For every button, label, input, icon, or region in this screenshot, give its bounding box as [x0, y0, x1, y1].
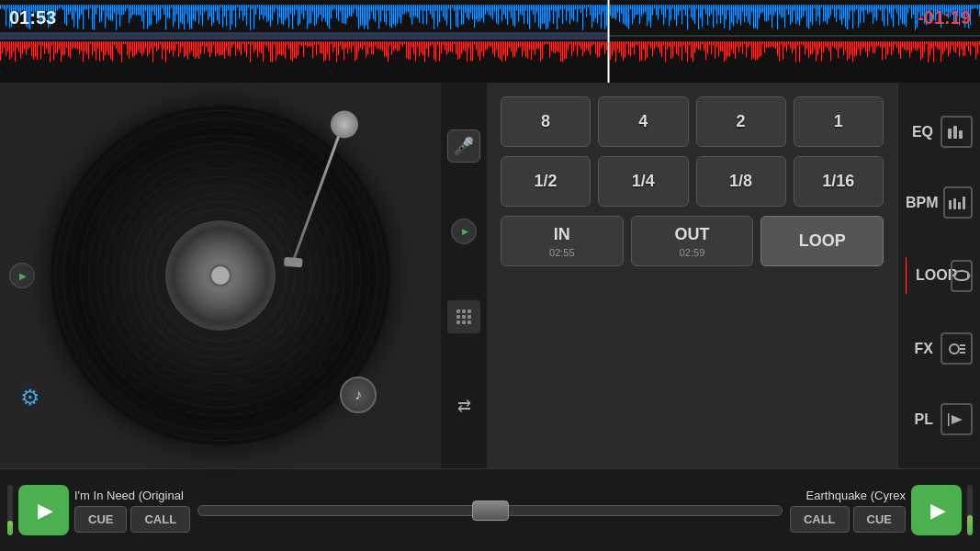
call-button-left[interactable]: CALL: [130, 506, 190, 533]
cue-button-right[interactable]: CUE: [853, 506, 906, 533]
loop-icon: [952, 269, 971, 282]
play-button-right[interactable]: [911, 485, 962, 535]
bpm-icon: [949, 197, 967, 209]
loop-btn-sixteenth[interactable]: 1/16: [794, 156, 884, 207]
svg-rect-4: [953, 198, 956, 209]
tonearm: [291, 123, 344, 262]
grid-dots-icon: [456, 309, 471, 324]
waveform-canvas[interactable]: [0, 0, 980, 83]
svg-rect-5: [958, 202, 961, 209]
center-play-button[interactable]: [451, 219, 477, 244]
loop-section: 8 4 2 1 1/2 1/4 1/8 1/16 IN 02:55 OUT 02…: [487, 83, 897, 468]
loop-grid-top: 8 4 2 1: [501, 96, 884, 147]
bpm-icon-box: [943, 186, 973, 219]
turntable-label: [165, 220, 276, 331]
deck-right: Earthquake (Cyrex CALL CUE: [790, 485, 973, 535]
crossfader-track[interactable]: [197, 505, 783, 516]
loop-icon-box: [951, 260, 973, 292]
main-area: ⚙ ♪ 🎤 ⇄ 8 4 2 1 1/2: [0, 83, 980, 468]
cue-button-left[interactable]: CUE: [74, 506, 127, 533]
shuffle-icon: ⇄: [457, 396, 471, 416]
eq-icon: [948, 126, 966, 139]
loop-btn-2[interactable]: 2: [696, 96, 786, 147]
loop-btn-eighth[interactable]: 1/8: [696, 156, 786, 207]
pl-icon-box: [941, 403, 973, 435]
waveform-section: 01:53 -01:19: [0, 0, 980, 83]
track-name-left: I'm In Need (Original: [74, 489, 190, 502]
track-info-left: I'm In Need (Original CUE CALL: [74, 489, 190, 533]
svg-rect-0: [948, 129, 952, 139]
grid-button[interactable]: [447, 300, 480, 333]
svg-rect-6: [963, 197, 965, 209]
center-divider: 🎤 ⇄: [441, 83, 487, 468]
bottom-bar: I'm In Need (Original CUE CALL Earthquak…: [0, 468, 980, 551]
loop-active-indicator: [906, 257, 907, 294]
gear-icon: ⚙: [20, 385, 40, 410]
cue-call-buttons-right: CALL CUE: [790, 506, 906, 533]
svg-rect-2: [959, 130, 963, 139]
volume-fill-right: [967, 515, 973, 535]
svg-point-8: [950, 344, 959, 354]
play-button-left[interactable]: [18, 485, 69, 535]
shuffle-button[interactable]: ⇄: [447, 389, 480, 422]
sidebar-item-fx[interactable]: FX: [898, 332, 980, 365]
sidebar-item-loop[interactable]: LOOP: [898, 257, 980, 294]
loop-btn-1[interactable]: 1: [794, 96, 884, 147]
crossfader-knob[interactable]: [472, 500, 509, 521]
volume-bar-left: [7, 485, 13, 535]
pl-icon: [948, 413, 966, 426]
svg-marker-12: [952, 415, 963, 424]
loop-grid-bottom: 1/2 1/4 1/8 1/16: [501, 156, 884, 207]
svg-rect-3: [949, 200, 952, 209]
loop-btn-half[interactable]: 1/2: [501, 156, 591, 207]
mic-icon: 🎤: [454, 136, 474, 156]
volume-fill-left: [7, 521, 13, 536]
fx-icon: [948, 343, 966, 355]
volume-bar-right: [967, 485, 973, 535]
right-sidebar: EQ BPM LOOP: [897, 83, 980, 468]
crossfader-section: [197, 505, 783, 516]
track-name-right: Earthquake (Cyrex: [806, 489, 906, 502]
music-note-icon: ♪: [355, 387, 362, 403]
loop-btn-quarter[interactable]: 1/4: [598, 156, 688, 207]
music-button[interactable]: ♪: [340, 377, 377, 413]
loop-btn-8[interactable]: 8: [501, 96, 591, 147]
time-right: -01:19: [918, 7, 971, 28]
cue-call-buttons-left: CUE CALL: [74, 506, 190, 533]
svg-rect-1: [953, 126, 957, 139]
call-button-right[interactable]: CALL: [790, 506, 850, 533]
time-left: 01:53: [9, 7, 56, 28]
sidebar-item-bpm[interactable]: BPM: [898, 186, 980, 219]
settings-button[interactable]: ⚙: [14, 381, 46, 413]
deck-left: I'm In Need (Original CUE CALL: [7, 485, 190, 535]
mic-button[interactable]: 🎤: [447, 129, 480, 163]
turntable-section: ⚙ ♪: [0, 83, 441, 468]
fx-icon-box: [941, 332, 973, 365]
loop-controls: IN 02:55 OUT 02:59 LOOP: [501, 216, 884, 266]
loop-in-button[interactable]: IN 02:55: [501, 216, 624, 266]
loop-btn-4[interactable]: 4: [598, 96, 688, 147]
loop-out-button[interactable]: OUT 02:59: [631, 216, 754, 266]
loop-main-button[interactable]: LOOP: [760, 216, 884, 266]
track-info-right: Earthquake (Cyrex CALL CUE: [790, 489, 906, 533]
sidebar-item-eq[interactable]: EQ: [898, 116, 980, 148]
left-play-button[interactable]: [9, 263, 35, 288]
eq-icon-box: [941, 116, 973, 148]
turntable-center: [211, 266, 230, 285]
sidebar-item-pl[interactable]: PL: [898, 403, 980, 435]
